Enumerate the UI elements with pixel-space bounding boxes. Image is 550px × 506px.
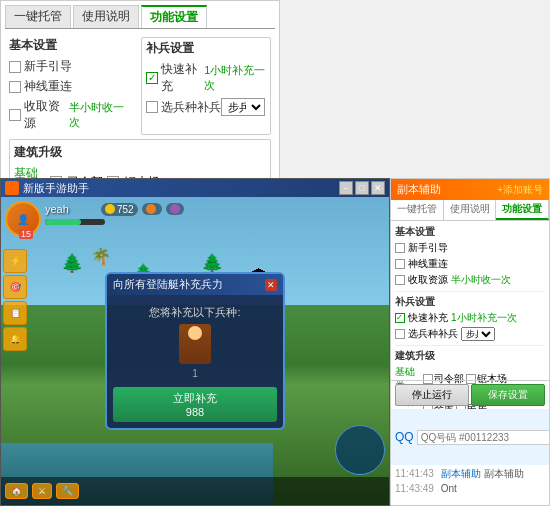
- rp-row-collect: 收取资源 半小时收一次: [395, 273, 545, 287]
- game-sidebar: ⚡ 🎯 📋 🔔: [1, 247, 29, 353]
- tab-bar: 一键托管 使用说明 功能设置: [5, 5, 275, 29]
- checkbox-collect[interactable]: [9, 109, 21, 121]
- rp-divider-2: [395, 345, 545, 346]
- rp-label-collect: 收取资源: [408, 273, 448, 287]
- rp-row-reconnect: 神线重连: [395, 257, 545, 271]
- level-badge: 15: [19, 229, 33, 239]
- game-title: 新版手游助手: [23, 181, 89, 196]
- replenish-note: 1小时补充一次: [204, 63, 266, 93]
- rp-basic-section: 基本设置 新手引导 神线重连 收取资源 半小时收一次: [395, 225, 545, 287]
- setting-row-reconnect: 神线重连: [9, 78, 129, 95]
- avatar-icon: 👤: [17, 214, 29, 225]
- game-content: 👤 15 yeah 752: [1, 197, 389, 505]
- replenish-settings-section: 补兵设置 快速补充 1小时补充一次 选兵种补兵 步兵 骑兵 炮兵: [141, 37, 271, 135]
- action-btn-1[interactable]: 🏠: [5, 483, 28, 499]
- tree-1: 🌲: [61, 252, 83, 274]
- rp-btn-row: 停止运行 保存设置: [391, 381, 549, 409]
- player-name: yeah: [45, 203, 69, 215]
- chat-text-2: Ont: [441, 483, 457, 494]
- label-select-troop: 选兵种补兵: [161, 99, 221, 116]
- rp-tab-instructions[interactable]: 使用说明: [444, 200, 497, 220]
- qq-bar: QQ ▶ 先充值: [391, 409, 549, 465]
- bottom-panel: 新版手游助手 – □ ✕ 👤 15 yeah: [0, 178, 550, 506]
- tab-settings[interactable]: 功能设置: [141, 5, 207, 28]
- rp-checkbox-troop[interactable]: [395, 329, 405, 339]
- rp-checkbox-beginner[interactable]: [395, 243, 405, 253]
- exp-fill: [45, 219, 81, 225]
- game-window: 新版手游助手 – □ ✕ 👤 15 yeah: [0, 178, 390, 506]
- game-minimize-button[interactable]: –: [339, 181, 353, 195]
- rp-checkbox-reconnect[interactable]: [395, 259, 405, 269]
- tab-auto-manage[interactable]: 一键托管: [5, 5, 71, 28]
- resources-bar: 752: [101, 201, 385, 217]
- rp-divider-1: [395, 291, 545, 292]
- rp-save-button[interactable]: 保存设置: [471, 384, 545, 406]
- rp-title: 副本辅助: [397, 182, 441, 197]
- setting-row-select-troop: 选兵种补兵 步兵 骑兵 炮兵: [146, 98, 266, 116]
- exp-bar: [45, 219, 105, 225]
- tab-instructions[interactable]: 使用说明: [73, 5, 139, 28]
- rp-troop-select[interactable]: 步兵: [461, 327, 495, 341]
- chat-time-1: 11:41:43: [395, 468, 434, 479]
- sidebar-btn-3[interactable]: 📋: [3, 301, 27, 325]
- rp-quick-note: 1小时补充一次: [451, 311, 517, 325]
- rp-build-title: 建筑升级: [395, 349, 545, 363]
- dialog-title: 向所有登陆艇补充兵力: [113, 277, 223, 292]
- resource-gold: 752: [101, 203, 138, 216]
- resource-gem: [166, 203, 184, 215]
- rp-label-quick: 快速补充: [408, 311, 448, 325]
- basic-settings-title: 基本设置: [9, 37, 129, 54]
- label-collect: 收取资源: [24, 98, 67, 132]
- dialog-count: 1: [113, 368, 277, 379]
- checkbox-select-troop[interactable]: [146, 101, 158, 113]
- collect-note: 半小时收一次: [69, 100, 129, 130]
- gold-icon: [105, 204, 115, 214]
- dialog-titlebar: 向所有登陆艇补充兵力 ✕: [107, 274, 283, 295]
- game-dialog: 向所有登陆艇补充兵力 ✕ 您将补充以下兵种: 1 立即补充 988: [105, 272, 285, 430]
- action-btn-3[interactable]: 🔧: [56, 483, 79, 499]
- wood-icon: [146, 204, 156, 214]
- rp-checkbox-collect[interactable]: [395, 275, 405, 285]
- chat-area: 11:41:43 副本辅助 副本辅助 11:43:49 Ont: [391, 465, 549, 505]
- rp-tab-settings[interactable]: 功能设置: [496, 200, 549, 220]
- sidebar-btn-2[interactable]: 🎯: [3, 275, 27, 299]
- checkbox-beginner[interactable]: [9, 61, 21, 73]
- checkbox-quick-replenish[interactable]: [146, 72, 158, 84]
- action-btn-2[interactable]: ⚔: [32, 483, 52, 499]
- rp-checkbox-quick[interactable]: [395, 313, 405, 323]
- dialog-subtitle: 您将补充以下兵种:: [113, 305, 277, 320]
- rp-stop-button[interactable]: 停止运行: [395, 384, 469, 406]
- resource-wood: [142, 203, 162, 215]
- troop-icon: [179, 324, 211, 364]
- dialog-confirm-button[interactable]: 立即补充 988: [113, 387, 277, 422]
- game-bottombar: 🏠 ⚔ 🔧: [1, 477, 389, 505]
- dialog-close-button[interactable]: ✕: [265, 279, 277, 291]
- setting-row-quick-replenish: 快速补充 1小时补充一次: [146, 61, 266, 95]
- game-titlebar: 新版手游助手 – □ ✕: [1, 179, 389, 197]
- game-maximize-button[interactable]: □: [355, 181, 369, 195]
- rp-label-reconnect: 神线重连: [408, 257, 448, 271]
- rp-add-account[interactable]: +添加账号: [497, 183, 543, 197]
- game-close-button[interactable]: ✕: [371, 181, 385, 195]
- chat-time-2: 11:43:49: [395, 483, 434, 494]
- build-upgrade-title: 建筑升级: [14, 144, 266, 161]
- dialog-btn-label: 立即补充: [173, 392, 217, 404]
- setting-row-collect: 收取资源 半小时收一次: [9, 98, 129, 132]
- rp-replenish-title: 补兵设置: [395, 295, 545, 309]
- sidebar-btn-1[interactable]: ⚡: [3, 249, 27, 273]
- rp-tab-auto[interactable]: 一键托管: [391, 200, 444, 220]
- replenish-settings-title: 补兵设置: [146, 40, 266, 57]
- rp-collect-note: 半小时收一次: [451, 273, 511, 287]
- tree-4: 🌲: [201, 252, 223, 274]
- troop-select[interactable]: 步兵 骑兵 炮兵: [221, 98, 265, 116]
- label-beginner: 新手引导: [24, 58, 72, 75]
- tree-2: 🌴: [91, 247, 111, 266]
- gem-icon: [170, 204, 180, 214]
- minimap: [335, 425, 385, 475]
- checkbox-reconnect[interactable]: [9, 81, 21, 93]
- setting-row-beginner: 新手引导: [9, 58, 129, 75]
- gold-value: 752: [117, 204, 134, 215]
- qq-input[interactable]: [417, 430, 550, 445]
- sidebar-btn-4[interactable]: 🔔: [3, 327, 27, 351]
- rp-footer: 停止运行 保存设置 QQ ▶ 先充值 11:41:43 副本辅助 副本辅助 11…: [391, 380, 549, 505]
